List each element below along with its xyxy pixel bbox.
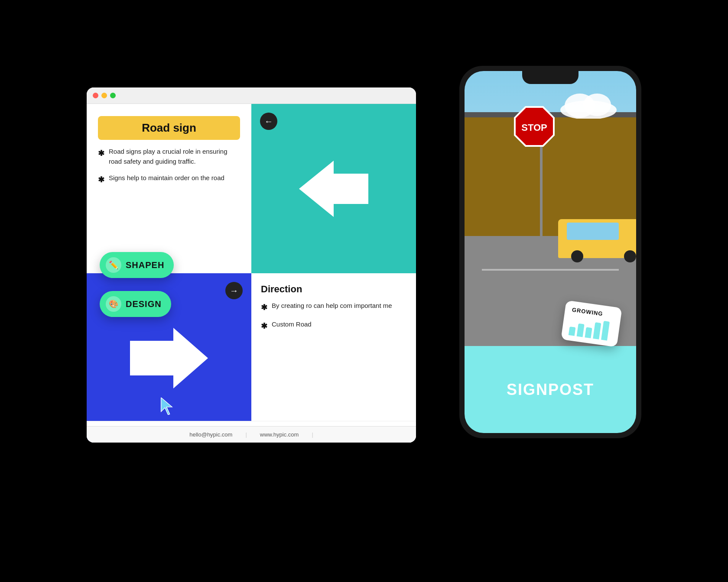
cab-wheel-right: [624, 250, 636, 262]
phone-mockup: STOP SIGNPOST: [459, 66, 641, 438]
road-sign-title: Road sign: [142, 121, 196, 134]
phone-bottom-bar: SIGNPOST: [465, 346, 636, 433]
stop-sign-pole: [540, 140, 543, 250]
road-sign-bullet-2-text: Signs help to maintain order on the road: [109, 173, 224, 183]
teal-arrow-card: ←: [251, 104, 416, 273]
main-scene: Road sign ✱ Road signs play a crucial ro…: [87, 53, 641, 529]
bar-5: [601, 321, 610, 341]
svg-marker-0: [299, 161, 368, 217]
phone-image-area: STOP: [465, 71, 636, 346]
cab-wheel-left: [571, 250, 583, 262]
direction-bullet-1: ✱ By creating ro can help com important …: [261, 301, 406, 314]
left-arrow-icon: [299, 161, 368, 217]
road-sign-card: Road sign ✱ Road signs play a crucial ro…: [87, 104, 251, 273]
growing-badge: GROWING: [561, 300, 622, 347]
footer-divider-2: |: [312, 431, 313, 438]
road-sign-bullet-1-text: Road signs play a crucial role in ensuri…: [109, 147, 240, 166]
back-button[interactable]: ←: [260, 113, 277, 130]
direction-title: Direction: [261, 284, 406, 295]
traffic-light-red[interactable]: [93, 93, 98, 98]
traffic-light-green[interactable]: [110, 93, 116, 98]
footer-email: hello@hypic.com: [189, 431, 232, 438]
bar-1: [569, 327, 576, 336]
phone-scene: STOP: [465, 71, 636, 346]
shapeh-pill[interactable]: ✏️ SHAPEH: [100, 252, 174, 278]
direction-bullet-1-text: By creating ro can help com important me: [272, 301, 392, 311]
cursor-overlay: [160, 398, 176, 417]
footer-divider-1: |: [245, 431, 247, 438]
road-sign-bullet-2: ✱ Signs help to maintain order on the ro…: [98, 173, 240, 186]
browser-footer: hello@hypic.com | www.hypic.com |: [87, 426, 416, 443]
forward-button[interactable]: →: [225, 282, 243, 299]
cursor-icon: [160, 398, 176, 415]
bar-4: [593, 322, 601, 340]
direction-bullet-2-text: Custom Road: [272, 320, 312, 330]
design-pill-icon: 🎨: [106, 296, 121, 312]
svg-marker-2: [161, 398, 172, 415]
road-sign-title-box: Road sign: [98, 116, 240, 140]
svg-marker-1: [130, 328, 208, 388]
bullet-star-1: ✱: [98, 148, 104, 159]
browser-titlebar: [87, 87, 416, 104]
stop-sign: STOP: [513, 105, 556, 148]
traffic-light-yellow[interactable]: [101, 93, 107, 98]
shapeh-pill-icon: ✏️: [106, 257, 121, 273]
right-arrow-icon: [130, 328, 208, 388]
bar-2: [577, 323, 585, 337]
bar-chart: [569, 316, 613, 341]
cab-window: [567, 223, 619, 240]
direction-star-1: ✱: [261, 302, 267, 314]
yellow-cab: [558, 219, 636, 258]
signpost-label: SIGNPOST: [507, 381, 594, 399]
design-pill[interactable]: 🎨 DESIGN: [100, 291, 171, 317]
direction-card: Direction ✱ By creating ro can help com …: [251, 273, 416, 443]
bar-3: [585, 327, 592, 338]
design-pill-label: DESIGN: [126, 299, 162, 309]
direction-bullet-2: ✱ Custom Road: [261, 320, 406, 332]
phone-inner: STOP SIGNPOST: [465, 71, 636, 433]
bullet-star-2: ✱: [98, 174, 104, 186]
road-sign-bullet-1: ✱ Road signs play a crucial role in ensu…: [98, 147, 240, 166]
svg-text:STOP: STOP: [521, 122, 547, 133]
cloud: [558, 93, 619, 120]
footer-website: www.hypic.com: [260, 431, 299, 438]
direction-star-2: ✱: [261, 320, 267, 332]
shapeh-pill-label: SHAPEH: [126, 260, 164, 270]
phone-notch: [522, 71, 578, 84]
road-marking: [482, 269, 619, 271]
svg-point-5: [583, 94, 611, 116]
